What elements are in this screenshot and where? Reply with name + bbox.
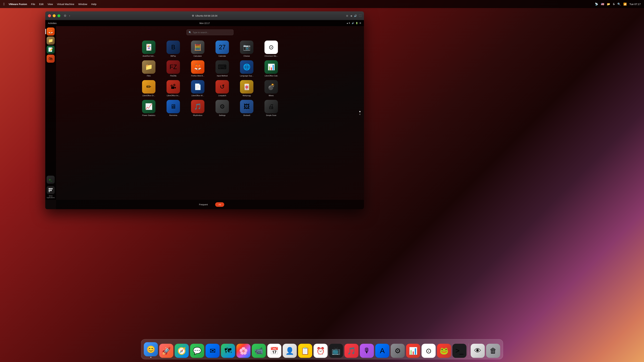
app-rhythmbox[interactable]: 🎵Rhythmbox (187, 100, 209, 116)
dock-icon-reminders: ⏰ (314, 344, 328, 358)
ubuntu-battery-icon[interactable]: 🔋 (356, 22, 358, 24)
ubuntu-settings-icon[interactable]: ⚙ (360, 22, 361, 24)
search-icon[interactable]: 🔍 (617, 2, 621, 6)
dock-item-messages[interactable]: 💬 (190, 344, 204, 358)
tab-frequent[interactable]: Frequent (196, 202, 211, 207)
dock-emoji-sysprefs: ⚙ (394, 347, 401, 355)
dock-icon-calendar: 📅 (267, 344, 282, 358)
vm-ctrl-2[interactable]: ◀ (350, 14, 352, 17)
activities-button[interactable]: Activities (48, 22, 56, 24)
strikethrough-icon[interactable]: S̶ (613, 2, 615, 6)
app-emoji-settings: ⚙ (220, 103, 225, 110)
app-livepatch[interactable]: ↺Livepatch (211, 80, 233, 96)
app-lodraw[interactable]: ✏LibreOffice Dr... (138, 80, 160, 96)
dock-item-preview[interactable]: 👁 (471, 344, 485, 358)
menu-help[interactable]: Help (91, 3, 96, 5)
app-input[interactable]: ⌨Input Method (211, 60, 233, 77)
app-settings[interactable]: ⚙Settings (211, 100, 233, 116)
app-lowriter[interactable]: 📄LibreOffice W... (187, 80, 209, 96)
dock-item-facetime[interactable]: 📹 (252, 344, 266, 358)
app-chromium[interactable]: ⊙Chromium We... (260, 40, 282, 57)
menu-view[interactable]: View (48, 3, 53, 5)
dock-item-appstore[interactable]: A (375, 344, 390, 358)
app-remmina[interactable]: 🖥Remmina (162, 100, 184, 116)
sidebar-item-files[interactable]: 📁 (46, 36, 55, 44)
app-calendar[interactable]: 27Calendar (211, 40, 233, 57)
app-firefox[interactable]: 🦊Firefox Web B... (187, 60, 209, 77)
sidebar-item-terminal[interactable]: >_ (46, 176, 55, 184)
dock-item-music[interactable]: 🎵 (344, 344, 358, 358)
app-grid: 🃏AisleRiot Soli...BBitPay🧮Calculator27Ca… (138, 40, 282, 116)
sidebar-item-libreoffice[interactable]: 📝 (46, 45, 55, 54)
close-button[interactable] (48, 14, 51, 17)
menu-window[interactable]: Window (78, 3, 87, 5)
app-emoji-aisleriot: 🃏 (145, 44, 152, 51)
signal-icon[interactable]: 📶 (623, 2, 627, 6)
vm-ctrl-3[interactable]: ⛶ (359, 14, 361, 17)
app-icon-files: 📁 (142, 60, 156, 74)
dock-item-terminal[interactable]: >_ (452, 344, 466, 358)
dock-item-appletv[interactable]: 📺 (329, 344, 343, 358)
app-icon-simplescan: 🖨 (264, 100, 278, 113)
apple-menu[interactable]:  (3, 2, 4, 6)
flag-icon[interactable]: 🇺🇸 (601, 2, 604, 6)
menu-virtualmachine[interactable]: Virtual Machine (57, 3, 74, 5)
app-powerstats[interactable]: 📈Power Statistics (138, 100, 160, 116)
vm-ctrl-volume[interactable]: 🔊 (354, 14, 357, 17)
ubuntu-volume-icon[interactable]: 🔊 (352, 22, 354, 24)
sidebar-item-firefox[interactable]: 🦊 (46, 27, 55, 35)
dock-item-notes[interactable]: 📋 (298, 344, 312, 358)
app-aisleriot[interactable]: 🃏AisleRiot Soli... (138, 40, 160, 57)
dock-item-maps[interactable]: 🗺 (221, 344, 235, 358)
maximize-button[interactable] (57, 14, 60, 17)
app-bitpay[interactable]: BBitPay (162, 40, 184, 57)
menu-vmwarefusion[interactable]: VMware Fusion (8, 3, 27, 5)
forward-icon[interactable]: › (69, 14, 70, 17)
search-bar[interactable]: 🔍 (186, 29, 234, 35)
app-icon-filezilla: FZ (166, 60, 180, 74)
app-localc[interactable]: 📊LibreOffice Calc (260, 60, 282, 77)
dock-item-reminders[interactable]: ⏰ (314, 344, 328, 358)
broadcast-icon[interactable]: 📡 (595, 2, 598, 6)
app-loimpress[interactable]: 📽LibreOffice Im... (162, 80, 184, 96)
vm-ctrl-1[interactable]: ⊞ (346, 14, 348, 17)
dock-item-chrome[interactable]: ⊙ (422, 344, 436, 358)
menu-edit[interactable]: Edit (39, 3, 44, 5)
app-mahjong[interactable]: 🀄Mahjongg (236, 80, 258, 96)
dock-emoji-finder: 😊 (146, 345, 155, 354)
dock-item-sysprefs[interactable]: ⚙ (391, 344, 405, 358)
dock-item-safari[interactable]: 🧭 (175, 344, 189, 358)
app-filezilla[interactable]: FZFileZilla (162, 60, 184, 77)
search-input[interactable] (193, 31, 231, 34)
dock-item-screaming[interactable]: 🐸 (437, 344, 451, 358)
app-files[interactable]: 📁Files (138, 60, 160, 77)
dock-item-finder[interactable]: 😊 (144, 342, 158, 358)
dock-item-podcasts[interactable]: 🎙 (360, 344, 374, 358)
app-simplescan[interactable]: 🖨Simple Scan (260, 100, 282, 116)
dock-item-instastats[interactable]: 📊 (406, 344, 420, 358)
sidebar-item-show-apps[interactable] (46, 186, 55, 194)
app-emoji-chromium: ⊙ (269, 44, 274, 51)
folder-icon[interactable]: 📂 (607, 2, 610, 6)
dock-item-launchpad[interactable]: 🚀 (159, 344, 174, 358)
dock-item-photos[interactable]: 🌸 (236, 344, 250, 358)
dock-item-contacts[interactable]: 👤 (283, 344, 297, 358)
app-language[interactable]: 🌐Language Sup... (236, 60, 258, 77)
app-mines[interactable]: 💣Mines (260, 80, 282, 96)
tab-all[interactable]: All (215, 202, 224, 207)
dock-item-mail[interactable]: ✉ (206, 344, 220, 358)
dock-icon-preview: 👁 (471, 344, 485, 358)
app-cheese[interactable]: 📷Cheese (236, 40, 258, 57)
app-shotwell[interactable]: 🖼Shotwell (236, 100, 258, 116)
svg-rect-3 (49, 190, 50, 191)
settings-icon[interactable]: ⚙ (64, 14, 66, 17)
ubuntu-network-icon[interactable]: ▲▼ (346, 22, 350, 24)
dock-item-calendar[interactable]: 📅 (267, 344, 282, 358)
minimize-button[interactable] (53, 14, 56, 17)
dock-item-trash[interactable]: 🗑 (486, 344, 500, 358)
app-calculator[interactable]: 🧮Calculator (187, 40, 209, 57)
sidebar-item-software[interactable]: 🛍 (46, 55, 55, 63)
show-apps-label: Show Applications (45, 195, 56, 198)
menu-file[interactable]: File (31, 3, 35, 5)
app-emoji-lodraw: ✏ (146, 83, 151, 90)
